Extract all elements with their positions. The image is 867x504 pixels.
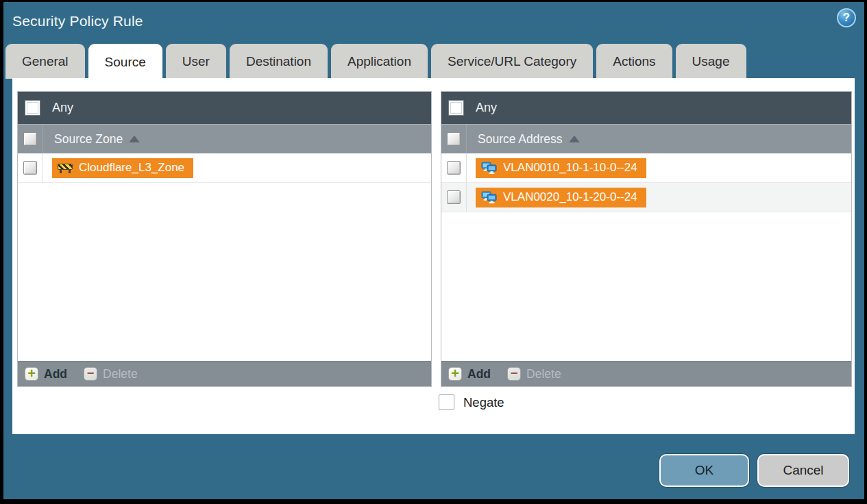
source-address-panel: Any Source Address: [441, 91, 852, 387]
source-zone-footer: Add Delete: [18, 361, 431, 386]
source-address-any-checkbox[interactable]: [448, 100, 464, 116]
source-address-select-all-cell: [441, 125, 467, 153]
source-zone-any-checkbox[interactable]: [25, 100, 40, 116]
source-tab-content: Any Source Zone: [12, 78, 855, 434]
ok-button[interactable]: OK: [659, 454, 749, 487]
address-value-label: VLAN0010_10-1-10-0--24: [503, 161, 637, 175]
table-row[interactable]: Cloudflare_L3_Zone: [18, 153, 431, 183]
help-icon[interactable]: [837, 8, 856, 27]
tab-service-url-category[interactable]: Service/URL Category: [431, 44, 593, 79]
tab-source[interactable]: Source: [88, 44, 162, 81]
negate-control: Negate: [439, 394, 504, 410]
source-address-table-body: VLAN0010_10-1-10-0--24: [441, 153, 851, 361]
minus-icon: [84, 367, 97, 381]
tab-application[interactable]: Application: [331, 44, 428, 79]
cancel-button[interactable]: Cancel: [757, 454, 849, 487]
sort-ascending-icon: [569, 136, 580, 142]
address-value-chip[interactable]: VLAN0010_10-1-10-0--24: [476, 158, 646, 178]
source-zone-select-all-cell: [18, 125, 43, 153]
screen: Security Policy Rule General Source User…: [0, 0, 867, 504]
negate-checkbox[interactable]: [439, 394, 454, 410]
minus-icon: [507, 367, 521, 381]
source-address-footer: Add Delete: [441, 361, 851, 386]
zone-value-label: Cloudflare_L3_Zone: [79, 161, 184, 175]
zone-icon: [57, 162, 73, 173]
source-address-select-all-checkbox[interactable]: [447, 132, 461, 146]
address-value-chip[interactable]: VLAN0020_10-1-20-0--24: [476, 188, 646, 207]
add-address-button[interactable]: Add: [448, 367, 491, 381]
tab-bar: General Source User Destination Applicat…: [5, 44, 746, 81]
row-checkbox[interactable]: [447, 161, 461, 175]
tab-destination[interactable]: Destination: [230, 44, 328, 79]
network-address-icon: [480, 162, 498, 175]
row-checkbox-cell: [441, 153, 467, 182]
delete-zone-button[interactable]: Delete: [84, 367, 138, 381]
source-address-column-title: Source Address: [478, 132, 563, 147]
source-address-column-header[interactable]: Source Address: [441, 124, 851, 153]
table-row[interactable]: VLAN0020_10-1-20-0--24: [441, 183, 851, 212]
source-zone-select-all-checkbox[interactable]: [23, 132, 37, 146]
table-row[interactable]: VLAN0010_10-1-10-0--24: [441, 153, 851, 183]
negate-label: Negate: [463, 395, 504, 410]
delete-address-button[interactable]: Delete: [507, 367, 561, 381]
source-zone-table-body: Cloudflare_L3_Zone: [18, 153, 431, 361]
row-checkbox[interactable]: [23, 161, 37, 175]
tab-general[interactable]: General: [5, 44, 85, 79]
source-zone-any-label: Any: [52, 101, 73, 115]
source-zone-column-header[interactable]: Source Zone: [18, 124, 431, 153]
sort-ascending-icon: [129, 136, 140, 142]
source-address-any-header: Any: [441, 92, 851, 124]
tab-user[interactable]: User: [166, 44, 226, 79]
security-policy-rule-dialog: Security Policy Rule General Source User…: [3, 2, 864, 499]
network-address-icon: [480, 191, 498, 204]
dialog-title: Security Policy Rule: [12, 13, 143, 29]
address-value-label: VLAN0020_10-1-20-0--24: [503, 190, 637, 204]
tab-actions[interactable]: Actions: [596, 44, 672, 79]
row-checkbox[interactable]: [447, 190, 461, 204]
source-zone-column-title: Source Zone: [54, 132, 123, 147]
dialog-titlebar: Security Policy Rule: [3, 2, 864, 43]
source-address-any-label: Any: [476, 101, 497, 115]
row-checkbox-cell: [18, 153, 43, 182]
source-zone-panel: Any Source Zone: [17, 91, 432, 387]
add-zone-button[interactable]: Add: [25, 367, 67, 381]
source-zone-any-header: Any: [18, 92, 431, 124]
plus-icon: [448, 367, 462, 381]
tab-usage[interactable]: Usage: [676, 44, 746, 79]
row-checkbox-cell: [441, 183, 467, 212]
zone-value-chip[interactable]: Cloudflare_L3_Zone: [52, 158, 193, 178]
plus-icon: [25, 367, 38, 381]
